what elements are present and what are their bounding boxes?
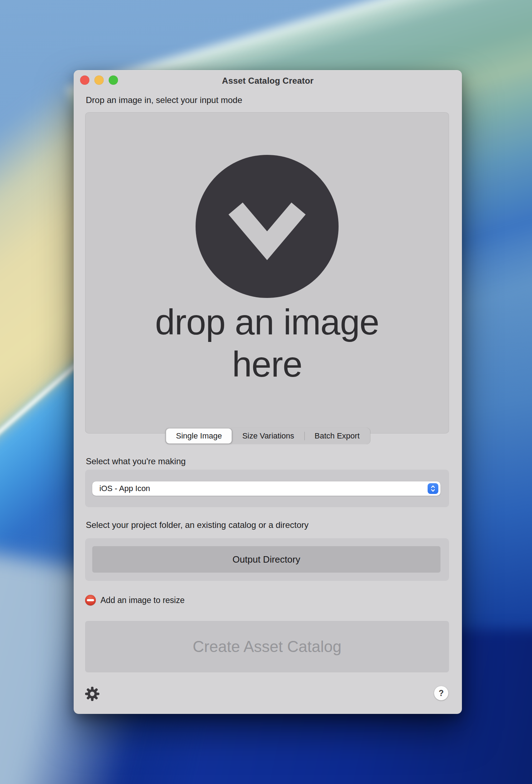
making-panel: iOS - App Icon	[85, 470, 449, 507]
chevron-down-circle-icon	[196, 155, 339, 298]
making-label: Select what you're making	[86, 456, 186, 466]
app-window: Asset Catalog Creator Drop an image in, …	[74, 70, 462, 714]
making-select[interactable]: iOS - App Icon	[92, 481, 440, 496]
input-mode-label: Drop an image in, select your input mode	[86, 95, 242, 105]
folder-label: Select your project folder, an existing …	[86, 520, 309, 530]
making-select-value: iOS - App Icon	[99, 484, 428, 493]
status-text: Add an image to resize	[100, 596, 184, 605]
gear-icon	[84, 686, 100, 702]
no-entry-icon	[85, 595, 96, 606]
window-title: Asset Catalog Creator	[74, 70, 462, 92]
output-directory-button[interactable]: Output Directory	[92, 546, 440, 573]
image-dropzone[interactable]: drop an image here	[85, 112, 449, 433]
window-titlebar[interactable]: Asset Catalog Creator	[74, 70, 462, 92]
status-row: Add an image to resize	[85, 593, 184, 607]
help-button[interactable]: ?	[434, 686, 448, 700]
segment-batch-export[interactable]: Batch Export	[305, 428, 370, 444]
popup-stepper-icon	[428, 483, 438, 494]
settings-button[interactable]	[84, 686, 100, 702]
dropzone-text: drop an image here	[120, 301, 414, 385]
folder-panel: Output Directory	[85, 538, 449, 581]
segment-size-variations[interactable]: Size Variations	[232, 428, 304, 444]
segment-single-image[interactable]: Single Image	[166, 428, 232, 444]
input-mode-segmented-control: Single Image Size Variations Batch Expor…	[165, 428, 370, 444]
create-asset-catalog-button[interactable]: Create Asset Catalog	[85, 621, 449, 672]
desktop: Asset Catalog Creator Drop an image in, …	[0, 0, 532, 784]
